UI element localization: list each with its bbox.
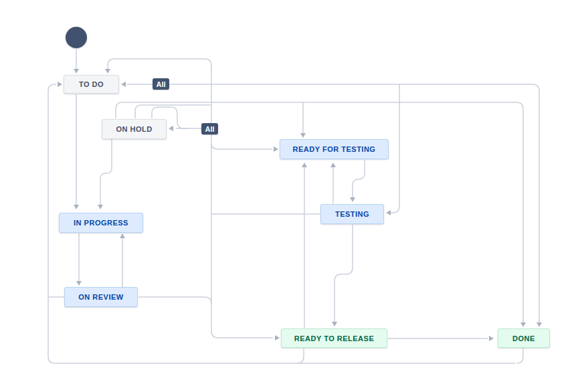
edge-rtr-bottom-to-loop bbox=[297, 349, 304, 363]
edge-into-ready-to-release-left bbox=[211, 331, 273, 338]
node-testing[interactable]: TESTING bbox=[320, 204, 384, 224]
arrowhead-into-done-top-1 bbox=[520, 322, 526, 327]
arrowhead-into-inprogress-top-1 bbox=[74, 205, 79, 209]
arrowhead-into-rft-left bbox=[274, 146, 278, 152]
arrowhead-into-todo-top-2 bbox=[105, 69, 110, 74]
edge-onhold-to-inprogress bbox=[100, 139, 112, 205]
edge-rft-to-testing bbox=[353, 160, 365, 197]
edge-on-review-right-link bbox=[138, 297, 211, 304]
arrowhead-into-done-left bbox=[489, 336, 494, 341]
all-transition-badge-on-hold[interactable]: All bbox=[201, 123, 218, 134]
arrowhead-into-inprogress-bottom bbox=[120, 233, 125, 238]
arrowhead-into-rft-bottom-1 bbox=[330, 163, 336, 167]
node-on-review[interactable]: ON REVIEW bbox=[64, 287, 138, 307]
arrowhead-into-onreview-top bbox=[76, 281, 82, 286]
arrowhead-into-rtr-left bbox=[275, 335, 280, 340]
node-in-progress[interactable]: IN PROGRESS bbox=[59, 213, 143, 233]
arrowhead-into-todo-top-1 bbox=[74, 69, 79, 74]
node-on-hold[interactable]: ON HOLD bbox=[102, 119, 167, 139]
arrowhead-into-rft-top bbox=[300, 133, 306, 138]
node-ready-for-testing[interactable]: READY FOR TESTING bbox=[280, 139, 389, 159]
arrowhead-into-onhold-right bbox=[169, 126, 173, 131]
arrowhead-into-done-top-2 bbox=[537, 322, 542, 327]
arrowhead-into-testing-right bbox=[386, 210, 391, 215]
node-done[interactable]: DONE bbox=[498, 328, 550, 348]
start-node[interactable] bbox=[66, 27, 87, 48]
edge-into-ready-for-testing-left bbox=[211, 144, 272, 149]
edge-done-bottom-to-loop bbox=[516, 349, 523, 363]
edge-branch-into-testing-right bbox=[391, 84, 399, 213]
node-to-do[interactable]: TO DO bbox=[64, 75, 119, 94]
arrowhead-into-inprogress-top-2 bbox=[98, 205, 103, 209]
arrowhead-into-todo-left bbox=[58, 82, 62, 87]
arrowhead-into-todo-right bbox=[121, 82, 126, 87]
node-ready-to-release[interactable]: READY TO RELEASE bbox=[281, 328, 387, 348]
arrowhead-into-testing-top bbox=[350, 197, 355, 202]
edge-testing-to-rtr bbox=[334, 225, 353, 322]
edge-loop-into-todo-top bbox=[108, 59, 211, 69]
edge-onhold-bus-to-done bbox=[116, 102, 523, 322]
all-transition-badge-to-do[interactable]: All bbox=[153, 78, 169, 90]
arrowhead-into-rft-bottom-2 bbox=[302, 163, 307, 167]
arrowhead-into-rtr-top bbox=[332, 322, 337, 326]
edge-all-bus-right-to-done bbox=[169, 84, 539, 322]
workflow-diagram-canvas: TO DO ON HOLD READY FOR TESTING TESTING … bbox=[0, 0, 576, 392]
